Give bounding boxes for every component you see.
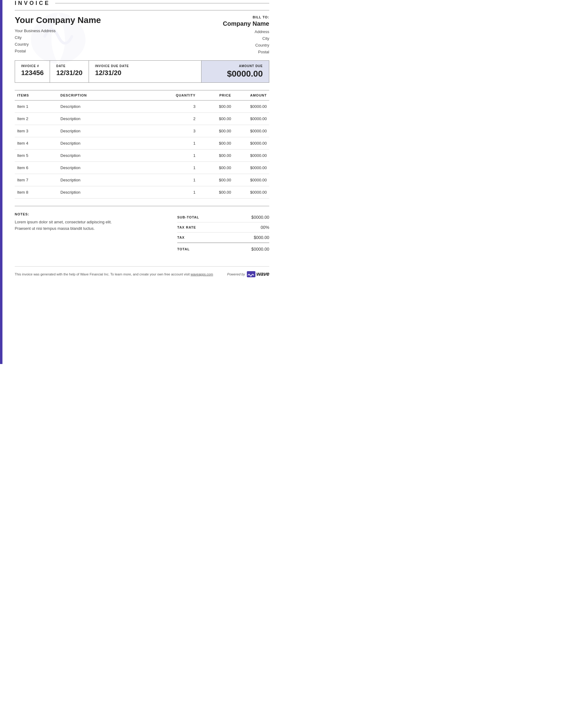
invoice-meta-bar: INVOICE # 123456 DATE 12/31/20 INVOICE D… <box>15 60 269 83</box>
item-amount-5: $0000.00 <box>234 162 269 174</box>
item-name-7: Item 8 <box>15 186 58 199</box>
table-body: Item 1 Description 3 $00.00 $0000.00 Ite… <box>15 100 269 199</box>
notes-text: Lorem ipsum dolor sit amet, consectetur … <box>15 219 125 232</box>
bill-to-postal: Postal <box>223 49 269 55</box>
col-header-description: DESCRIPTION <box>58 90 167 100</box>
footer-logo: Powered by wave <box>227 271 269 277</box>
tax-row: TAX $000.00 <box>177 233 269 243</box>
col-header-items: ITEMS <box>15 90 58 100</box>
invoice-date-cell: DATE 12/31/20 <box>50 61 89 82</box>
item-quantity-4: 1 <box>167 150 198 162</box>
sender-name: Your Company Name <box>15 15 223 25</box>
invoice-number-cell: INVOICE # 123456 <box>15 61 50 82</box>
tax-rate-value: 00% <box>260 225 269 230</box>
invoice-date-label: DATE <box>56 64 82 68</box>
footer-main-text: This invoice was generated with the help… <box>15 272 189 276</box>
item-quantity-6: 1 <box>167 174 198 186</box>
item-amount-0: $0000.00 <box>234 100 269 113</box>
col-header-amount: AMOUNT <box>234 90 269 100</box>
meta-left: INVOICE # 123456 DATE 12/31/20 INVOICE D… <box>15 61 201 82</box>
invoice-title: INVOICE <box>15 0 50 6</box>
invoice-due-date-value: 12/31/20 <box>95 69 129 77</box>
total-row: TOTAL $0000.00 <box>177 243 269 254</box>
bill-to-city: City <box>223 35 269 42</box>
bill-to-address: Address <box>223 28 269 35</box>
sender-city: City <box>15 34 223 41</box>
tax-value: $000.00 <box>253 235 269 240</box>
item-amount-2: $0000.00 <box>234 125 269 137</box>
bottom-section: NOTES: Lorem ipsum dolor sit amet, conse… <box>15 206 269 254</box>
table-row: Item 4 Description 1 $00.00 $0000.00 <box>15 137 269 150</box>
item-name-5: Item 6 <box>15 162 58 174</box>
subtotal-label: SUB-TOTAL <box>177 215 199 219</box>
table-row: Item 3 Description 3 $00.00 $0000.00 <box>15 125 269 137</box>
item-description-6: Description <box>58 174 167 186</box>
item-price-1: $00.00 <box>198 113 234 125</box>
notes-section: NOTES: Lorem ipsum dolor sit amet, conse… <box>15 212 177 232</box>
item-quantity-7: 1 <box>167 186 198 199</box>
amount-due-label: AMOUNT DUE <box>207 64 263 68</box>
item-amount-1: $0000.00 <box>234 113 269 125</box>
footer-text: This invoice was generated with the help… <box>15 272 213 276</box>
item-amount-7: $0000.00 <box>234 186 269 199</box>
notes-label: NOTES: <box>15 212 165 216</box>
item-name-1: Item 2 <box>15 113 58 125</box>
table-header: ITEMS DESCRIPTION QUANTITY PRICE AMOUNT <box>15 90 269 100</box>
item-description-5: Description <box>58 162 167 174</box>
amount-due-cell: AMOUNT DUE $0000.00 <box>201 61 269 82</box>
subtotal-value: $0000.00 <box>251 215 269 220</box>
invoice-title-row: INVOICE <box>15 0 269 10</box>
item-amount-3: $0000.00 <box>234 137 269 150</box>
col-header-price: PRICE <box>198 90 234 100</box>
item-price-6: $00.00 <box>198 174 234 186</box>
col-header-quantity: QUANTITY <box>167 90 198 100</box>
item-name-4: Item 5 <box>15 150 58 162</box>
item-price-0: $00.00 <box>198 100 234 113</box>
page-content: INVOICE Your Company Name Your Business … <box>2 0 282 282</box>
item-name-6: Item 7 <box>15 174 58 186</box>
item-amount-4: $0000.00 <box>234 150 269 162</box>
bill-to-country: Country <box>223 42 269 49</box>
item-name-0: Item 1 <box>15 100 58 113</box>
sender-country: Country <box>15 41 223 48</box>
footer: This invoice was generated with the help… <box>15 266 269 282</box>
item-quantity-1: 2 <box>167 113 198 125</box>
item-quantity-3: 1 <box>167 137 198 150</box>
sender-info: Your Company Name Your Business Address … <box>15 15 223 55</box>
tax-rate-row: TAX RATE 00% <box>177 222 269 233</box>
item-price-7: $00.00 <box>198 186 234 199</box>
invoice-page: INVOICE Your Company Name Your Business … <box>0 0 282 364</box>
title-divider <box>55 3 269 4</box>
item-description-4: Description <box>58 150 167 162</box>
item-description-2: Description <box>58 125 167 137</box>
table-row: Item 8 Description 1 $00.00 $0000.00 <box>15 186 269 199</box>
table-row: Item 6 Description 1 $00.00 $0000.00 <box>15 162 269 174</box>
item-price-4: $00.00 <box>198 150 234 162</box>
item-description-1: Description <box>58 113 167 125</box>
bill-to-label: BILL TO: <box>223 15 269 19</box>
company-info-row: Your Company Name Your Business Address … <box>15 10 269 60</box>
wave-icon <box>247 271 255 277</box>
tax-label: TAX <box>177 236 184 239</box>
invoice-number-label: INVOICE # <box>21 64 44 68</box>
table-row: Item 5 Description 1 $00.00 $0000.00 <box>15 150 269 162</box>
bill-to-name: Company Name <box>223 20 269 27</box>
svg-rect-0 <box>247 271 255 277</box>
total-label: TOTAL <box>177 247 190 251</box>
item-quantity-0: 3 <box>167 100 198 113</box>
table-row: Item 2 Description 2 $00.00 $0000.00 <box>15 113 269 125</box>
item-description-7: Description <box>58 186 167 199</box>
sender-address: Your Business Address <box>15 28 223 34</box>
item-price-5: $00.00 <box>198 162 234 174</box>
item-name-2: Item 3 <box>15 125 58 137</box>
item-quantity-2: 3 <box>167 125 198 137</box>
wave-brand-text: wave <box>256 271 269 277</box>
invoice-number-value: 123456 <box>21 69 44 77</box>
item-quantity-5: 1 <box>167 162 198 174</box>
footer-link[interactable]: waveapps.com <box>191 272 213 276</box>
invoice-due-date-cell: INVOICE DUE DATE 12/31/20 <box>89 61 135 82</box>
invoice-date-value: 12/31/20 <box>56 69 82 77</box>
accent-bar <box>0 0 2 364</box>
table-row: Item 7 Description 1 $00.00 $0000.00 <box>15 174 269 186</box>
item-price-2: $00.00 <box>198 125 234 137</box>
